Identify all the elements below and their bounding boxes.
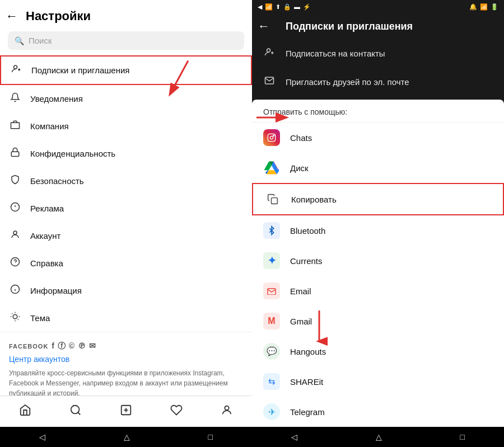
profile-nav-icon[interactable] <box>221 404 233 419</box>
notifications-icon <box>9 92 21 105</box>
lightning-icon: ⚡ <box>303 3 311 11</box>
menu-item-info[interactable]: Информация <box>0 277 252 304</box>
share-popup: Отправить с помощью: Chats Диск <box>252 100 504 427</box>
volume-icon: 🔔 <box>469 3 477 11</box>
signal-icon: ◀ <box>258 3 262 11</box>
facebook-header: FACEBOOK f ⓕ © ℗ ✉ <box>9 341 243 351</box>
bluetooth-label: Bluetooth <box>290 226 325 236</box>
currents-icon: ✦ <box>263 252 280 269</box>
help-icon <box>9 257 21 270</box>
menu-item-notifications[interactable]: Уведомления <box>0 85 252 112</box>
share-item-copy[interactable]: Копировать <box>252 183 504 215</box>
right-back-android-btn[interactable]: ◁ <box>291 432 297 441</box>
data-icon: ⬆ <box>276 3 281 11</box>
email-label: Email <box>290 286 311 296</box>
company-icon <box>9 120 21 133</box>
account-label: Аккаунт <box>30 231 60 241</box>
drive-label: Диск <box>290 163 309 173</box>
recents-android-btn[interactable]: □ <box>208 432 213 441</box>
subscribe-contacts-icon <box>263 47 276 60</box>
search-icon: 🔍 <box>15 36 24 45</box>
left-panel: ← Настройки 🔍 Поиск Подписки и приглашен… <box>0 0 252 447</box>
svg-point-8 <box>13 231 17 234</box>
menu-item-theme[interactable]: Тема <box>0 304 252 332</box>
bottom-nav-bar <box>0 396 252 427</box>
share-item-email[interactable]: Email <box>252 276 504 306</box>
status-bar: ◀ 📶 ⬆ 🔒 ▬ ⚡ 🔔 📶 🔋 <box>252 0 504 13</box>
svg-line-22 <box>78 412 80 415</box>
menu-item-ads[interactable]: Реклама <box>0 195 252 222</box>
right-recents-android-btn[interactable]: □ <box>460 432 465 441</box>
ads-icon <box>9 202 21 215</box>
svg-point-27 <box>267 49 270 52</box>
share-item-telegram[interactable]: ✈ Telegram <box>252 397 504 427</box>
wifi-icon: 📶 <box>265 3 273 11</box>
right-menu-subscribe-contacts[interactable]: Подписаться на контакты <box>252 39 504 68</box>
hangouts-label: Hangouts <box>290 347 326 356</box>
svg-line-18 <box>18 319 18 320</box>
share-item-bluetooth[interactable]: Bluetooth <box>252 215 504 246</box>
share-item-hangouts[interactable]: 💬 Hangouts <box>252 336 504 366</box>
home-nav-icon[interactable] <box>19 404 31 419</box>
home-android-btn[interactable]: △ <box>124 432 130 441</box>
search-placeholder-text: Поиск <box>29 36 52 45</box>
share-item-shareit[interactable]: ⇆ SHAREit <box>252 366 504 397</box>
gmail-label: Gmail <box>290 317 312 326</box>
likes-nav-icon[interactable] <box>170 404 183 419</box>
telegram-label: Telegram <box>290 407 325 417</box>
share-item-drive[interactable]: Диск <box>252 153 504 183</box>
copy-icon <box>264 191 281 208</box>
left-android-nav: ◁ △ □ <box>0 427 252 447</box>
subscriptions-label: Подписки и приглашения <box>31 65 129 75</box>
email-icon <box>263 283 280 299</box>
menu-item-company[interactable]: Компания <box>0 112 252 140</box>
chats-icon <box>263 129 280 146</box>
battery-icon: 🔋 <box>491 3 498 11</box>
status-left-icons: ◀ 📶 ⬆ 🔒 ▬ ⚡ <box>258 3 311 11</box>
share-item-currents[interactable]: ✦ Currents <box>252 246 504 276</box>
chats-label: Chats <box>290 133 312 143</box>
info-label: Информация <box>30 286 82 295</box>
share-popup-header: Отправить с помощью: <box>252 100 504 123</box>
menu-item-security[interactable]: Безопасность <box>0 167 252 195</box>
company-label: Компания <box>30 121 69 131</box>
svg-rect-4 <box>11 152 19 156</box>
left-page-title: Настройки <box>26 9 91 23</box>
help-label: Справка <box>30 258 63 268</box>
subscriptions-icon <box>10 64 22 77</box>
back-android-btn[interactable]: ◁ <box>39 432 45 441</box>
status-right-icons: 🔔 📶 🔋 <box>469 3 498 11</box>
right-back-button[interactable]: ← <box>258 19 270 34</box>
copy-label: Копировать <box>291 195 337 204</box>
left-back-button[interactable]: ← <box>6 9 18 23</box>
subscribe-contacts-label: Подписаться на контакты <box>286 49 385 58</box>
add-nav-icon[interactable] <box>120 404 132 419</box>
svg-point-37 <box>273 135 274 136</box>
menu-item-help[interactable]: Справка <box>0 250 252 277</box>
search-bar[interactable]: 🔍 Поиск <box>8 31 244 50</box>
info-icon <box>9 284 21 297</box>
right-header: ← Подписки и приглашения <box>252 13 504 39</box>
hangouts-icon: 💬 <box>263 343 280 360</box>
account-center-link[interactable]: Центр аккаунтов <box>9 355 243 364</box>
share-item-gmail[interactable]: M Gmail <box>252 306 504 336</box>
search-nav-icon[interactable] <box>69 404 82 419</box>
telegram-icon: ✈ <box>263 403 280 420</box>
svg-point-21 <box>71 406 80 414</box>
drive-icon <box>263 159 280 176</box>
right-home-android-btn[interactable]: △ <box>376 432 382 441</box>
theme-icon <box>9 312 21 324</box>
menu-item-account[interactable]: Аккаунт <box>0 222 252 250</box>
share-item-chats[interactable]: Chats <box>252 123 504 153</box>
ads-label: Реклама <box>30 204 64 213</box>
right-panel: ◀ 📶 ⬆ 🔒 ▬ ⚡ 🔔 📶 🔋 ← Подписки и приглашен… <box>252 0 504 447</box>
right-android-nav: ◁ △ □ <box>252 427 504 447</box>
bluetooth-icon <box>263 222 280 239</box>
security-icon <box>9 175 21 187</box>
facebook-social-icons: f ⓕ © ℗ ✉ <box>52 341 96 351</box>
privacy-label: Конфиденциальность <box>30 149 115 158</box>
right-menu-invite-email[interactable]: Пригласить друзей по эл. почте <box>252 68 504 96</box>
facebook-description: Управляйте кросс-сервисными функциями в … <box>9 368 243 396</box>
menu-item-subscriptions[interactable]: Подписки и приглашения <box>0 55 252 85</box>
menu-item-privacy[interactable]: Конфиденциальность <box>0 140 252 167</box>
